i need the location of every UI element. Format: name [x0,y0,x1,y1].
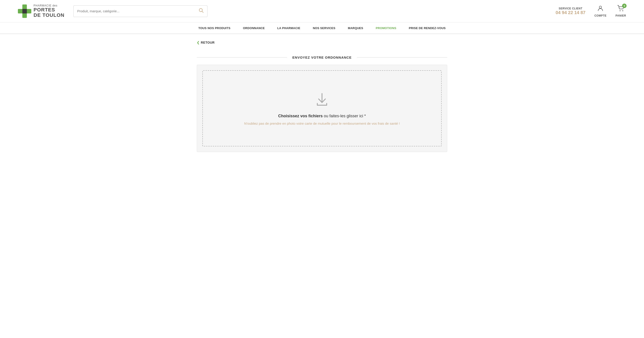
svg-point-5 [599,6,602,8]
upload-dropzone[interactable]: Choisissez vos fichiers ou faites-les gl… [202,70,442,146]
account-icon [597,5,604,13]
cart-badge: 0 [622,4,626,8]
upload-choose-rest: ou faites-les glisser ici * [323,114,366,118]
logo-de-toulon: DE TOULON [34,13,64,18]
svg-point-6 [620,10,620,11]
svg-point-7 [622,10,623,11]
cart-icon-wrap: 0 [617,5,624,13]
nav-item-nos-services[interactable]: NOS SERVICES [306,22,342,34]
logo-text: PHARMACIE des PORTES DE TOULON [34,4,64,18]
search-bar[interactable] [73,5,208,17]
account-button[interactable]: COMPTE [594,5,606,17]
service-client-label: SERVICE CLIENT [556,7,586,10]
search-input[interactable] [77,9,197,13]
header-right: SERVICE CLIENT 04 94 22 14 87 COMPTE [556,5,626,17]
nav-item-tous-nos-produits[interactable]: TOUS NOS PRODUITS [192,22,237,34]
search-icon [199,8,204,14]
cart-button[interactable]: 0 PANIER [616,5,626,17]
back-button[interactable]: RETOUR [201,41,215,44]
logo-pharmacie-des: PHARMACIE des [34,4,64,7]
upload-outer: Choisissez vos fichiers ou faites-les gl… [197,65,447,152]
upload-icon [314,91,330,107]
title-line-left [197,57,287,58]
breadcrumb: ❮ RETOUR [197,34,447,49]
main-content: ❮ RETOUR ENVOYEZ VOTRE ORDONNANCE Choisi… [188,34,456,152]
nav-item-la-pharmacie[interactable]: LA PHARMACIE [271,22,306,34]
service-client-phone: 04 94 22 14 87 [556,10,586,15]
nav-item-promotions[interactable]: PROMOTIONS [370,22,402,34]
nav-item-marques[interactable]: MARQUES [342,22,370,34]
back-chevron-icon: ❮ [197,41,200,44]
section-title: ENVOYEZ VOTRE ORDONNANCE [287,56,357,59]
upload-choose-text: Choisissez vos fichiers ou faites-les gl… [278,114,366,118]
cart-label: PANIER [616,14,626,17]
main-nav: TOUS NOS PRODUITS ORDONNANCE LA PHARMACI… [0,22,644,34]
upload-hint: N'oubliez pas de prendre en photo votre … [244,122,400,125]
upload-choose-bold: Choisissez vos fichiers [278,114,323,118]
account-label: COMPTE [594,14,606,17]
logo-cross-icon [18,5,31,18]
nav-item-ordonnance[interactable]: ORDONNANCE [236,22,271,34]
nav-item-prise-de-rendez-vous[interactable]: PRISE DE RENDEZ-VOUS [402,22,452,34]
title-line-right [357,57,447,58]
section-title-row: ENVOYEZ VOTRE ORDONNANCE [197,56,447,59]
logo-portes: PORTES [34,7,64,13]
svg-rect-2 [22,9,27,14]
logo[interactable]: PHARMACIE des PORTES DE TOULON [18,4,64,18]
svg-line-4 [202,11,204,13]
header: PHARMACIE des PORTES DE TOULON SERVICE C… [0,0,644,22]
service-client: SERVICE CLIENT 04 94 22 14 87 [556,7,586,15]
